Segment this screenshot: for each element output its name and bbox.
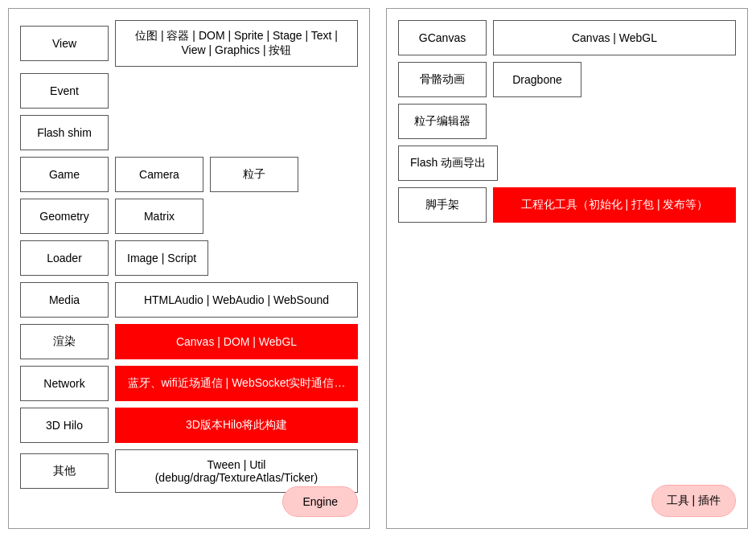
gcanvas-box[interactable]: GCanvas xyxy=(398,20,487,55)
flash-row: Flash shim xyxy=(20,115,358,150)
network-label: Network xyxy=(43,377,84,390)
game-row: Game Camera 粒子 xyxy=(20,157,358,192)
flash-export-box[interactable]: Flash 动画导出 xyxy=(398,146,498,181)
scaffold-label: 脚手架 xyxy=(425,198,459,212)
hilo-box[interactable]: 3D Hilo xyxy=(20,408,109,443)
view-label: View xyxy=(52,37,76,50)
render-row: 渲染 Canvas | DOM | WebGL xyxy=(20,324,358,359)
other-box[interactable]: 其他 xyxy=(20,453,109,489)
event-box[interactable]: Event xyxy=(20,73,109,109)
canvas-webgl-box[interactable]: Canvas | WebGL xyxy=(493,20,736,55)
tools-button[interactable]: 工具 | 插件 xyxy=(651,485,736,517)
game-label: Game xyxy=(49,168,80,181)
engineering-box[interactable]: 工程化工具（初始化 | 打包 | 发布等） xyxy=(493,187,736,223)
image-script-box[interactable]: Image | Script xyxy=(115,240,208,276)
flash-export-label: Flash 动画导出 xyxy=(410,156,486,170)
particle-editor-box[interactable]: 粒子编辑器 xyxy=(398,104,487,139)
view-row: View 位图 | 容器 | DOM | Sprite | Stage | Te… xyxy=(20,20,358,67)
event-row: Event xyxy=(20,73,358,109)
view-box[interactable]: View xyxy=(20,26,109,61)
network-detail-label: 蓝牙、wifi近场通信 | WebSocket实时通信… xyxy=(128,376,346,391)
network-box[interactable]: Network xyxy=(20,366,109,401)
engineering-label: 工程化工具（初始化 | 打包 | 发布等） xyxy=(521,198,709,212)
geometry-row: Geometry Matrix xyxy=(20,199,358,234)
hilo-row: 3D Hilo 3D版本Hilo将此构建 xyxy=(20,408,358,443)
scaffold-row: 脚手架 工程化工具（初始化 | 打包 | 发布等） xyxy=(398,187,736,223)
hilo-detail-box[interactable]: 3D版本Hilo将此构建 xyxy=(115,408,358,443)
engine-button-label: Engine xyxy=(302,495,338,508)
network-detail-box[interactable]: 蓝牙、wifi近场通信 | WebSocket实时通信… xyxy=(115,366,358,401)
skeleton-label: 骨骼动画 xyxy=(420,72,465,87)
particle-label: 粒子 xyxy=(243,167,265,182)
geometry-box[interactable]: Geometry xyxy=(20,199,109,234)
engine-button[interactable]: Engine xyxy=(282,486,358,517)
hilo-label: 3D Hilo xyxy=(46,419,83,432)
skeleton-box[interactable]: 骨骼动画 xyxy=(398,62,487,97)
network-row: Network 蓝牙、wifi近场通信 | WebSocket实时通信… xyxy=(20,366,358,401)
right-panel: GCanvas Canvas | WebGL 骨骼动画 Dragbone 粒子编… xyxy=(386,8,748,529)
image-script-label: Image | Script xyxy=(127,252,196,264)
dragbone-box[interactable]: Dragbone xyxy=(493,62,581,97)
render-detail-label: Canvas | DOM | WebGL xyxy=(176,335,297,348)
audio-box[interactable]: HTMLAudio | WebAudio | WebSound xyxy=(115,282,358,318)
matrix-label: Matrix xyxy=(144,210,175,223)
loader-label: Loader xyxy=(47,252,82,264)
render-box[interactable]: 渲染 xyxy=(20,324,109,359)
hilo-detail-label: 3D版本Hilo将此构建 xyxy=(186,418,287,432)
render-detail-box[interactable]: Canvas | DOM | WebGL xyxy=(115,324,358,359)
loader-row: Loader Image | Script xyxy=(20,240,358,276)
geometry-label: Geometry xyxy=(39,210,88,223)
matrix-box[interactable]: Matrix xyxy=(115,199,203,234)
skeleton-row: 骨骼动画 Dragbone xyxy=(398,62,736,97)
other-label: 其他 xyxy=(53,464,76,478)
camera-label: Camera xyxy=(139,168,179,181)
media-label: Media xyxy=(49,293,80,306)
flash-box[interactable]: Flash shim xyxy=(20,115,109,150)
particle-editor-label: 粒子编辑器 xyxy=(414,114,470,129)
render-label: 渲染 xyxy=(53,334,76,349)
particle-box[interactable]: 粒子 xyxy=(210,157,298,192)
other-detail-label: Tween | Util (debug/drag/TextureAtlas/Ti… xyxy=(127,458,346,484)
camera-box[interactable]: Camera xyxy=(115,157,203,192)
event-label: Event xyxy=(50,84,79,97)
view-detail-box[interactable]: 位图 | 容器 | DOM | Sprite | Stage | Text | … xyxy=(115,20,358,67)
flash-label: Flash shim xyxy=(37,126,92,139)
dragbone-label: Dragbone xyxy=(512,73,562,86)
tools-button-label: 工具 | 插件 xyxy=(667,494,721,506)
flash-export-row: Flash 动画导出 xyxy=(398,146,736,181)
loader-box[interactable]: Loader xyxy=(20,240,109,276)
view-detail-label: 位图 | 容器 | DOM | Sprite | Stage | Text | … xyxy=(127,29,346,58)
audio-label: HTMLAudio | WebAudio | WebSound xyxy=(144,293,329,306)
media-box[interactable]: Media xyxy=(20,282,109,318)
gcanvas-label: GCanvas xyxy=(419,31,466,44)
media-row: Media HTMLAudio | WebAudio | WebSound xyxy=(20,282,358,318)
game-box[interactable]: Game xyxy=(20,157,109,192)
particle-editor-row: 粒子编辑器 xyxy=(398,104,736,139)
gcanvas-row: GCanvas Canvas | WebGL xyxy=(398,20,736,55)
canvas-webgl-label: Canvas | WebGL xyxy=(572,31,657,44)
left-panel: View 位图 | 容器 | DOM | Sprite | Stage | Te… xyxy=(8,8,370,529)
scaffold-box[interactable]: 脚手架 xyxy=(398,187,487,223)
